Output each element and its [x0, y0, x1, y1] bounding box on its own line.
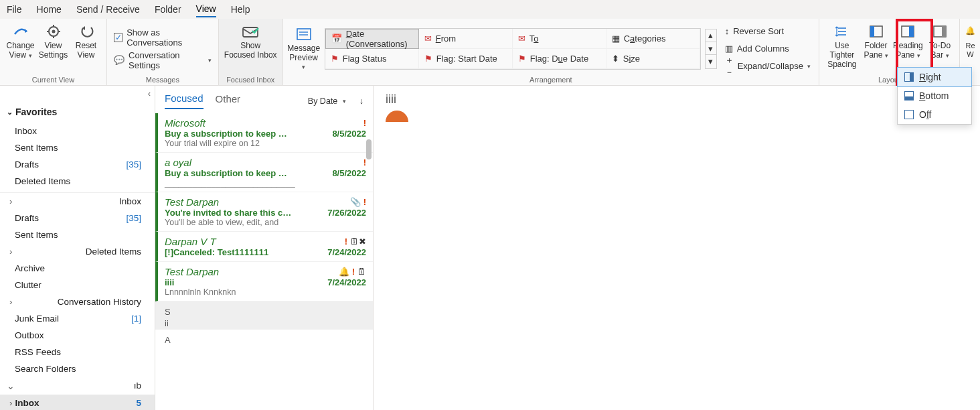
- nav-junk-email[interactable]: Junk Email[1]: [0, 310, 155, 327]
- spacing-icon: [835, 23, 849, 40]
- fav-deleted-items[interactable]: Deleted Items: [0, 173, 155, 190]
- nav-account-2[interactable]: ⌄ıb: [0, 377, 155, 395]
- inbox-check-icon: [242, 23, 259, 40]
- show-as-conversations-checkbox[interactable]: ✓ Show as Conversations: [111, 28, 214, 47]
- list-item[interactable]: A: [155, 330, 373, 345]
- arr-categories[interactable]: ▦CategoriesCategories: [606, 29, 700, 49]
- menu-help[interactable]: Help: [231, 2, 250, 17]
- list-tabs: Focused Other By Date ▾ ↓: [155, 86, 373, 109]
- conversation-icon: 💬: [114, 55, 125, 65]
- group-focused-inbox-label: Focused Inbox: [223, 76, 278, 85]
- nav-inbox-2[interactable]: ›Inbox5: [0, 395, 155, 410]
- arr-flag-due[interactable]: ⚑Flag: Due DateFlag: Due Date: [513, 49, 606, 69]
- nav-drafts[interactable]: Drafts[35]: [0, 210, 155, 226]
- mail-subject: [!]Canceled: Test1111111: [165, 247, 268, 257]
- importance-icon: !: [363, 118, 366, 128]
- reading-pane-right[interactable]: RightRight: [897, 67, 972, 87]
- change-view-button[interactable]: Change View ▾: [4, 21, 37, 62]
- fav-drafts[interactable]: Drafts[35]: [0, 156, 155, 173]
- arrangement-gallery[interactable]: 📅DDate (Conversations)ate (Conversations…: [325, 28, 701, 70]
- menu-send-receive[interactable]: Send / Receive: [76, 2, 140, 17]
- favorites-header[interactable]: ⌄Favorites: [0, 101, 155, 123]
- nav-search-folders[interactable]: Search Folders: [0, 360, 155, 377]
- calendar-cancel-icon: 🗓✖: [350, 236, 366, 247]
- size-icon: ⬍: [612, 54, 619, 64]
- menu-file[interactable]: File: [7, 2, 22, 17]
- reset-view-button[interactable]: Reset View: [70, 21, 102, 62]
- gallery-more[interactable]: ▾: [706, 55, 716, 68]
- view-settings-label: View Settings: [38, 42, 68, 60]
- reverse-sort-button[interactable]: ↕Reverse Sort: [725, 24, 811, 39]
- fav-inbox[interactable]: Inbox: [0, 123, 155, 139]
- menu-view[interactable]: View: [196, 1, 216, 17]
- view-settings-button[interactable]: View Settings: [37, 21, 70, 62]
- arrangement-commands: ↕Reverse Sort ▥Add Columns ＋－Expand/Coll…: [721, 23, 815, 75]
- nav-archive[interactable]: Archive: [0, 260, 155, 277]
- sort-by-date[interactable]: By Date ▾ ↓: [308, 96, 363, 106]
- from-icon: ✉: [424, 33, 432, 44]
- sort-direction-icon[interactable]: ↓: [359, 96, 363, 106]
- reading-pane-bottom[interactable]: BottomBottom: [898, 86, 971, 105]
- add-columns-button[interactable]: ▥Add Columns: [725, 42, 811, 56]
- reading-pane-off[interactable]: OffOff: [898, 105, 971, 124]
- arr-date[interactable]: 📅DDate (Conversations)ate (Conversations…: [325, 29, 419, 49]
- todo-bar-button[interactable]: To-Do Bar ▾: [924, 21, 955, 62]
- mail-date: 7/24/2022: [327, 277, 366, 287]
- fav-sent-items[interactable]: Sent Items: [0, 139, 155, 156]
- use-tighter-spacing-button[interactable]: Use Tighter Spacing: [823, 21, 861, 70]
- tab-other[interactable]: Other: [216, 93, 241, 109]
- nav-deleted-items[interactable]: ›Deleted Items: [0, 243, 155, 260]
- importance-icon: !: [345, 236, 347, 247]
- nav-inbox[interactable]: ›Inbox: [0, 193, 155, 210]
- show-focused-inbox-button[interactable]: Show Focused Inbox: [223, 21, 278, 62]
- reading-pane-button[interactable]: Reading Pane ▾: [891, 21, 924, 62]
- collapse-nav-icon[interactable]: ‹: [148, 88, 151, 98]
- reset-view-label: Reset View: [71, 42, 101, 60]
- mail-item[interactable]: Microsoft!Buy a subscription to keep usi…: [155, 113, 373, 153]
- conversation-settings-label: Conversation Settings: [129, 50, 204, 70]
- reverse-sort-label: Reverse Sort: [733, 26, 784, 36]
- mail-preview: Lnnnnlnln Knnknkn: [165, 287, 366, 297]
- favorites-label: Favorites: [15, 107, 57, 117]
- mail-item[interactable]: a oyal!Buy a subscription to keep usin..…: [155, 153, 373, 192]
- folder-pane-label: Folder Pane: [864, 41, 887, 60]
- nav-conversation-history[interactable]: ›Conversation History: [0, 293, 155, 310]
- mail-subject: Buy a subscription to keep usin...: [165, 129, 292, 139]
- arr-flag-start[interactable]: ⚑Flag: Start Date: [419, 49, 513, 69]
- expand-collapse-label: Expand/Collapse: [738, 61, 803, 71]
- nav-clutter[interactable]: Clutter: [0, 277, 155, 293]
- mail-preview: ____________________________: [165, 178, 366, 188]
- scrollbar-thumb[interactable]: [366, 139, 372, 159]
- arr-from[interactable]: ✉FromFrom: [419, 29, 513, 49]
- nav-rss-feeds[interactable]: RSS Feeds: [0, 344, 155, 360]
- arr-size[interactable]: ⬍SizeSize: [606, 49, 700, 69]
- mail-item[interactable]: Test Darpan📎!You're invited to share thi…: [155, 192, 373, 232]
- gallery-up[interactable]: ▴: [706, 29, 716, 42]
- expand-collapse-button[interactable]: ＋－Expand/Collapse ▾: [725, 59, 811, 74]
- svg-rect-18: [942, 26, 946, 37]
- list-item[interactable]: S ii: [155, 301, 373, 330]
- categories-icon: ▦: [612, 33, 620, 44]
- tab-focused[interactable]: Focused: [165, 92, 203, 109]
- menu-folder[interactable]: Folder: [155, 2, 181, 17]
- arr-to[interactable]: ✉ToTo: [513, 29, 606, 49]
- nav-sent-items[interactable]: Sent Items: [0, 226, 155, 243]
- mail-item[interactable]: Darpan V T!🗓✖[!]Canceled: Test11111117/2…: [155, 232, 373, 262]
- folder-pane: ‹ ⌄Favorites Inbox Sent Items Drafts[35]…: [0, 86, 155, 410]
- preview-subject: iiii: [386, 92, 968, 107]
- svg-point-1: [52, 30, 55, 33]
- nav-outbox[interactable]: Outbox: [0, 327, 155, 344]
- folder-pane-button[interactable]: Folder Pane ▾: [861, 21, 892, 62]
- conversation-settings-button[interactable]: 💬 Conversation Settings ▾: [111, 51, 214, 70]
- to-icon: ✉: [518, 33, 525, 44]
- mail-item[interactable]: Test Darpan🔔!🗓iiii7/24/2022Lnnnnlnln Knn…: [155, 262, 373, 301]
- avatar: [386, 111, 408, 122]
- message-preview-button[interactable]: Message Preview ▾: [287, 24, 321, 73]
- pane-off-icon: [904, 110, 914, 119]
- reminders-window-button[interactable]: 🔔 ReW: [964, 21, 977, 60]
- group-arrangement: Message Preview ▾ 📅DDate (Conversations)…: [283, 19, 819, 85]
- gallery-down[interactable]: ▾: [706, 42, 716, 55]
- attachment-icon: 📎: [350, 197, 361, 207]
- arr-flag-status[interactable]: ⚑Flag Status: [325, 49, 419, 69]
- menu-home[interactable]: Home: [37, 2, 62, 17]
